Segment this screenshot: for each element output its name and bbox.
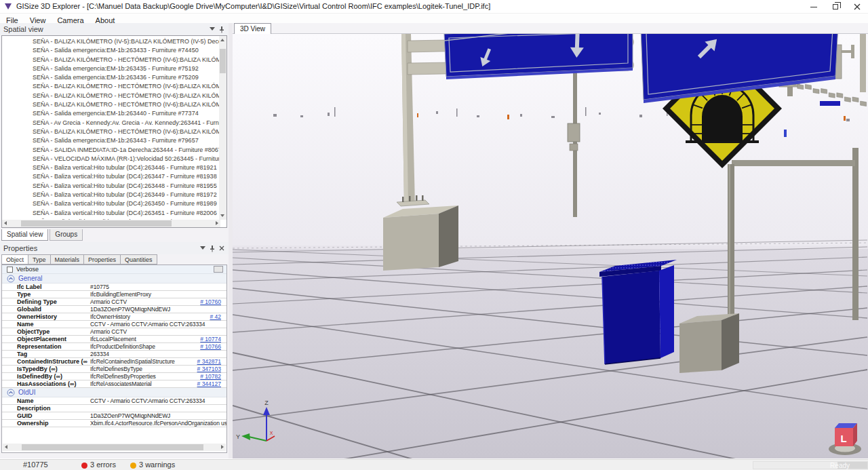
property-row[interactable]: Name CCTV - Armario CCTV:Armario CCTV:26…	[2, 397, 226, 405]
3d-scene[interactable]: Z Y X L	[233, 34, 868, 458]
verbose-checkbox[interactable]	[7, 267, 13, 273]
scroll-right-icon[interactable]	[221, 445, 224, 449]
options-mini-button[interactable]	[214, 266, 223, 273]
tree-item[interactable]: SEÑA - Salida emergencia:EM-1b:263436 - …	[2, 73, 219, 82]
tree-item[interactable]: SEÑA - Salida emergencia:EM-1b:263435 - …	[2, 64, 219, 73]
property-row[interactable]: Defining Type Armario CCTV # 10760	[2, 298, 226, 306]
scroll-thumb[interactable]	[220, 49, 226, 73]
property-row[interactable]: GlobalId 1Da3ZOenP7WQMIqpNNdEWJ	[2, 306, 226, 313]
property-row[interactable]: HasAssociations (∞) IfcRelAssociatesMate…	[2, 380, 226, 388]
tree-item[interactable]: SEÑA - Baliza vertical:Hito tubular (DC4…	[2, 209, 219, 218]
property-row[interactable]: OwnerHistory IfcOwnerHistory # 42	[2, 313, 226, 321]
tree-item[interactable]: SEÑA - Baliza vertical:Hito tubular (DC4…	[2, 163, 219, 172]
property-label: IsTypedBy (∞)	[17, 366, 87, 373]
property-label: Tag	[17, 351, 87, 358]
tree-item[interactable]: SEÑA - BALIZA KILÓMETRO - HECTÓMETRO (IV…	[2, 56, 219, 64]
tree-item[interactable]: SEÑA - Av Grecia - Kennedy:Av. Grecia - …	[2, 119, 219, 128]
scroll-right-icon[interactable]	[216, 221, 218, 225]
property-link[interactable]: # 344127	[197, 380, 221, 388]
property-link[interactable]: # 347103	[197, 366, 221, 373]
property-row[interactable]: IsDefinedBy (∞) IfcRelDefinesByPropertie…	[2, 373, 226, 380]
restore-button[interactable]	[825, 0, 846, 14]
property-row[interactable]: ObjectType Armario CCTV	[2, 328, 226, 336]
close-button[interactable]	[846, 0, 868, 14]
properties-body: Verbose General Ifc Label #10775 Type	[1, 265, 227, 453]
property-row[interactable]: ObjectPlacement IfcLocalPlacement # 1077…	[2, 336, 226, 343]
right-sign-pole[interactable]	[852, 148, 859, 320]
tab-properties[interactable]: Properties	[83, 254, 120, 265]
scroll-thumb[interactable]	[22, 444, 203, 450]
tree-item[interactable]: SEÑA - BALIZA KILÓMETRO - HECTÓMETRO (IV…	[2, 100, 219, 109]
panel-menu-icon[interactable]	[200, 246, 205, 250]
tree-item[interactable]: SEÑA - Salida emergencia:EM-1b:263433 - …	[2, 46, 219, 55]
property-link[interactable]: # 42	[210, 313, 221, 321]
close-icon	[854, 3, 861, 10]
scroll-left-icon[interactable]	[4, 221, 7, 225]
section-oldui[interactable]: OldUI	[2, 388, 226, 397]
tree-item[interactable]: SEÑA - VELOCIDAD MÁXIMA (RR-1):Velocidad…	[2, 155, 219, 163]
property-row[interactable]: Description	[2, 405, 226, 412]
left-dock-tabs: Spatial view Groups	[1, 229, 83, 241]
minimize-button[interactable]	[803, 0, 825, 14]
tree-item[interactable]: SEÑA - Baliza vertical:Hito tubular (DC4…	[2, 182, 219, 191]
cctv-cabinet-selected[interactable]	[599, 260, 677, 364]
tab-object[interactable]: Object	[1, 254, 28, 265]
property-row[interactable]: Ifc Label #10775	[2, 283, 226, 291]
property-link[interactable]: # 10782	[200, 373, 221, 380]
property-link[interactable]: # 342871	[197, 358, 221, 366]
3d-viewport[interactable]: Z Y X L	[233, 34, 868, 458]
tree-item[interactable]: SEÑA - BALIZA KILÓMETRO (IV-5):BALIZA KI…	[2, 37, 219, 46]
tab-groups[interactable]: Groups	[50, 229, 83, 241]
property-row[interactable]: ContainedInStructure (∞) IfcRelContained…	[2, 358, 226, 366]
scroll-down-icon[interactable]	[220, 214, 224, 217]
property-link[interactable]: # 10766	[200, 343, 221, 351]
tree-vertical-scrollbar[interactable]	[219, 36, 226, 220]
pin-icon[interactable]	[219, 26, 224, 33]
property-row[interactable]: IsTypedBy (∞) IfcRelDefinesByType # 3471…	[2, 366, 226, 373]
tree-item[interactable]: SEÑA - Salida emergencia:EM-1b:263440 - …	[2, 109, 219, 118]
tree-item[interactable]: SEÑA - SALIDA INMEDIATA:ID-1a Derecha:26…	[2, 146, 219, 155]
status-errors[interactable]: 3 errors	[90, 461, 116, 469]
tree-item[interactable]: SEÑA - BALIZA KILÓMETRO - HECTÓMETRO (IV…	[2, 82, 219, 91]
tab-spatial-view[interactable]: Spatial view	[1, 229, 48, 241]
tab-materials[interactable]: Materials	[50, 254, 84, 265]
property-link[interactable]: # 10774	[200, 336, 221, 343]
collapse-icon[interactable]	[7, 275, 15, 283]
tree-item[interactable]: SEÑA - Baliza vertical:Hito tubular (DC4…	[2, 199, 219, 208]
property-link[interactable]: # 10760	[200, 298, 221, 306]
property-row[interactable]: GUID 1Da3ZOenP7WQMIqpNNdEWJ	[2, 412, 226, 420]
close-panel-icon[interactable]	[219, 246, 224, 251]
tab-3d-view[interactable]: 3D View	[234, 23, 271, 34]
scroll-left-icon[interactable]	[5, 445, 7, 449]
tab-type[interactable]: Type	[28, 254, 50, 265]
oldui-rows: Name CCTV - Armario CCTV:Armario CCTV:26…	[2, 397, 226, 427]
foundation-block-left[interactable]	[383, 205, 458, 271]
scroll-up-icon[interactable]	[220, 39, 224, 41]
property-label: Name	[17, 397, 87, 405]
window-title: GISize 3D Explorer - [C:\Manuel Data Bac…	[16, 2, 490, 10]
property-row[interactable]: Tag 263334	[2, 351, 226, 358]
tree-item[interactable]: SEÑA - BALIZA KILÓMETRO - HECTÓMETRO (IV…	[2, 92, 219, 100]
property-row[interactable]: Ownership Xbim.Ifc4.ActorResource.IfcPer…	[2, 420, 226, 427]
tree-item[interactable]: SEÑA - BALIZA KILÓMETRO - HECTÓMETRO (IV…	[2, 128, 219, 136]
section-general[interactable]: General	[2, 274, 226, 283]
foundation-block-right[interactable]	[679, 313, 739, 373]
property-row[interactable]: Name CCTV - Armario CCTV:Armario CCTV:26…	[2, 321, 226, 328]
property-row[interactable]: Representation IfcProductDefinitionShape…	[2, 343, 226, 351]
tab-quantities[interactable]: Quantities	[120, 254, 157, 265]
tree-horizontal-scrollbar[interactable]	[2, 220, 220, 227]
panel-menu-icon[interactable]	[210, 27, 215, 31]
property-value: IfcBuildingElementProxy	[90, 291, 151, 298]
spatial-tree[interactable]: SEÑA - BALIZA KILÓMETRO (IV-5):BALIZA KI…	[1, 35, 227, 228]
verbose-row: Verbose	[2, 265, 226, 274]
tree-item[interactable]: SEÑA - Baliza vertical:Hito tubular (DC4…	[2, 191, 219, 199]
status-warnings[interactable]: 3 warnings	[139, 461, 175, 469]
sign-crossbar[interactable]	[732, 160, 855, 166]
pin-icon[interactable]	[210, 245, 215, 252]
property-row[interactable]: Type IfcBuildingElementProxy	[2, 291, 226, 298]
collapse-icon[interactable]	[7, 389, 15, 397]
properties-horizontal-scrollbar[interactable]	[3, 444, 226, 451]
tree-item[interactable]: SEÑA - Salida emergencia:EM-1b:263443 - …	[2, 136, 219, 145]
tree-item[interactable]: SEÑA - Baliza vertical:Hito tubular (DC4…	[2, 172, 219, 181]
scroll-thumb[interactable]	[21, 220, 172, 227]
